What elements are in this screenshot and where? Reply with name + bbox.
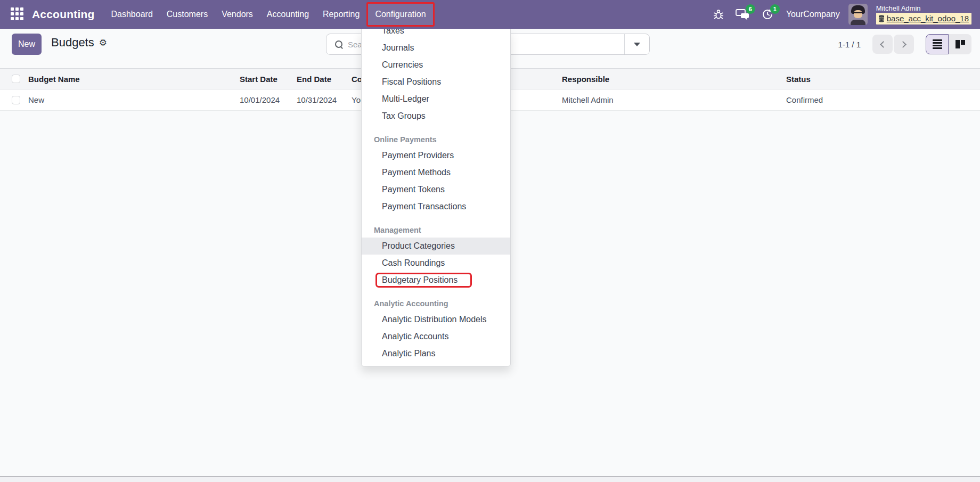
database-name: base_acc_kit_odoo_18 xyxy=(887,13,969,24)
menu-item-payment-tokens[interactable]: Payment Tokens xyxy=(362,181,510,198)
col-header-start-date[interactable]: Start Date xyxy=(240,75,297,84)
menu-item-analytic-plans[interactable]: Analytic Plans xyxy=(362,345,510,362)
menu-section-management: Management xyxy=(362,223,510,238)
search-icon xyxy=(335,40,342,48)
nav-accounting[interactable]: Accounting xyxy=(260,2,316,27)
chevron-left-icon xyxy=(880,41,887,48)
cell-budget-name: New xyxy=(23,95,240,104)
menu-item-journals[interactable]: Journals xyxy=(362,39,510,56)
menu-item-multi-ledger[interactable]: Multi-Ledger xyxy=(362,91,510,108)
user-name: Mitchell Admin xyxy=(876,4,971,12)
pager-previous-button[interactable] xyxy=(872,35,893,54)
messages-count-badge: 6 xyxy=(746,4,755,14)
menu-item-payment-methods[interactable]: Payment Methods xyxy=(362,164,510,181)
activities-clock-icon[interactable]: 1 xyxy=(760,6,775,22)
systray: 6 1 YourCompany Mitchell Admin xyxy=(710,0,978,29)
menu-item-currencies[interactable]: Currencies xyxy=(362,56,510,73)
database-badge: base_acc_kit_odoo_18 xyxy=(876,13,971,24)
app-name[interactable]: Accounting xyxy=(32,8,95,21)
menu-section-online-payments: Online Payments xyxy=(362,132,510,147)
view-switcher xyxy=(926,34,971,54)
breadcrumb: Budgets ⚙ xyxy=(51,36,107,50)
nav-vendors[interactable]: Vendors xyxy=(215,2,260,27)
pager-zone: 1-1 / 1 xyxy=(838,34,971,55)
kanban-view-icon xyxy=(956,40,965,48)
menu-item-cash-roundings[interactable]: Cash Roundings xyxy=(362,255,510,272)
nav-configuration[interactable]: Configuration xyxy=(366,2,434,27)
menu-item-tax-groups[interactable]: Tax Groups xyxy=(362,108,510,125)
main-nav: Dashboard Customers Vendors Accounting R… xyxy=(104,0,435,29)
menu-item-fiscal-positions[interactable]: Fiscal Positions xyxy=(362,73,510,91)
menu-item-budgetary-positions[interactable]: Budgetary Positions xyxy=(362,272,510,289)
activities-count-badge: 1 xyxy=(770,4,780,14)
bottom-scrollbar-track[interactable] xyxy=(0,476,980,482)
odoo-accounting-screen: Accounting Dashboard Customers Vendors A… xyxy=(0,0,980,482)
cell-responsible: Mitchell Admin xyxy=(562,95,786,104)
select-all-checkbox[interactable] xyxy=(12,75,20,83)
search-options-toggle[interactable] xyxy=(625,43,649,46)
caret-down-icon xyxy=(634,43,640,46)
page-title: Budgets xyxy=(51,36,94,50)
list-view-icon xyxy=(933,39,942,49)
cell-end-date: 10/31/2024 xyxy=(297,95,352,104)
menu-section-analytic-accounting: Analytic Accounting xyxy=(362,296,510,311)
menu-item-product-categories[interactable]: Product Categories xyxy=(362,238,510,255)
row-checkbox[interactable] xyxy=(12,96,20,104)
cell-status: Confirmed xyxy=(786,95,980,104)
database-icon xyxy=(878,15,885,22)
messages-chat-icon[interactable]: 6 xyxy=(735,6,751,22)
topbar: Accounting Dashboard Customers Vendors A… xyxy=(0,0,980,29)
nav-reporting[interactable]: Reporting xyxy=(316,2,366,27)
col-header-responsible[interactable]: Responsible xyxy=(562,75,786,84)
nav-customers[interactable]: Customers xyxy=(160,2,215,27)
annotation-box-budgetary-positions: Budgetary Positions xyxy=(375,273,472,288)
chevron-right-icon xyxy=(900,41,907,48)
gear-icon[interactable]: ⚙ xyxy=(99,38,107,47)
user-menu[interactable]: Mitchell Admin base_acc_kit_odoo_18 xyxy=(876,4,971,24)
configuration-dropdown-menu: Taxes Journals Currencies Fiscal Positio… xyxy=(361,29,511,366)
menu-item-analytic-accounts[interactable]: Analytic Accounts xyxy=(362,328,510,345)
menu-item-taxes[interactable]: Taxes xyxy=(362,29,510,39)
new-button[interactable]: New xyxy=(12,34,42,55)
pager-counter: 1-1 / 1 xyxy=(838,40,861,49)
menu-item-analytic-distribution-models[interactable]: Analytic Distribution Models xyxy=(362,311,510,328)
cell-start-date: 10/01/2024 xyxy=(240,95,297,104)
list-view-button[interactable] xyxy=(926,34,949,54)
avatar[interactable] xyxy=(848,4,868,25)
company-switcher[interactable]: YourCompany xyxy=(786,10,840,19)
debug-bug-icon[interactable] xyxy=(710,6,726,22)
col-header-budget-name[interactable]: Budget Name xyxy=(23,75,240,84)
kanban-view-button[interactable] xyxy=(949,34,971,54)
apps-grid-icon[interactable] xyxy=(11,7,24,21)
pager-next-button[interactable] xyxy=(894,35,914,54)
col-header-end-date[interactable]: End Date xyxy=(297,75,352,84)
menu-item-payment-providers[interactable]: Payment Providers xyxy=(362,147,510,164)
nav-dashboard[interactable]: Dashboard xyxy=(104,2,160,27)
menu-item-payment-transactions[interactable]: Payment Transactions xyxy=(362,198,510,215)
col-header-status[interactable]: Status xyxy=(786,75,980,84)
